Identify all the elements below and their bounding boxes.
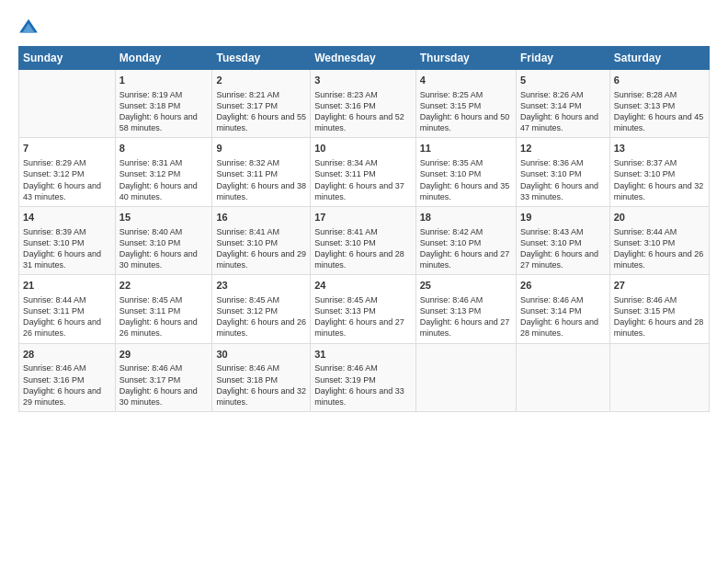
sunrise-text: Sunrise: 8:46 AM	[23, 362, 111, 373]
cell-content: 18Sunrise: 8:42 AMSunset: 3:10 PMDayligh…	[420, 211, 512, 270]
logo	[18, 17, 40, 37]
daylight-text: Daylight: 6 hours and 29 minutes.	[216, 248, 306, 270]
sunrise-text: Sunrise: 8:46 AM	[520, 294, 606, 305]
cell-content: 27Sunrise: 8:46 AMSunset: 3:15 PMDayligh…	[614, 279, 705, 339]
calendar-body: 1Sunrise: 8:19 AMSunset: 3:18 PMDaylight…	[19, 70, 710, 412]
calendar-cell: 19Sunrise: 8:43 AMSunset: 3:10 PMDayligh…	[517, 206, 610, 274]
cell-content: 6Sunrise: 8:28 AMSunset: 3:13 PMDaylight…	[614, 74, 705, 133]
sunset-text: Sunset: 3:13 PM	[314, 305, 412, 316]
cell-content: 23Sunrise: 8:45 AMSunset: 3:12 PMDayligh…	[216, 279, 306, 339]
daylight-text: Daylight: 6 hours and 26 minutes.	[216, 316, 306, 339]
calendar-cell: 7Sunrise: 8:29 AMSunset: 3:12 PMDaylight…	[19, 138, 116, 206]
daylight-text: Daylight: 6 hours and 27 minutes.	[420, 248, 512, 270]
cell-content: 30Sunrise: 8:46 AMSunset: 3:18 PMDayligh…	[216, 348, 306, 408]
logo-icon	[18, 17, 39, 37]
sunrise-text: Sunrise: 8:44 AM	[23, 294, 111, 305]
day-number: 28	[23, 348, 111, 362]
calendar-cell: 1Sunrise: 8:19 AMSunset: 3:18 PMDaylight…	[115, 70, 212, 138]
sunset-text: Sunset: 3:10 PM	[614, 168, 705, 179]
sunset-text: Sunset: 3:10 PM	[420, 168, 512, 179]
day-number: 21	[23, 279, 111, 293]
sunset-text: Sunset: 3:15 PM	[420, 100, 512, 111]
day-number: 15	[119, 211, 209, 224]
cell-content: 2Sunrise: 8:21 AMSunset: 3:17 PMDaylight…	[216, 74, 306, 133]
calendar-cell: 22Sunrise: 8:45 AMSunset: 3:11 PMDayligh…	[115, 275, 212, 343]
week-row-0: 1Sunrise: 8:19 AMSunset: 3:18 PMDaylight…	[19, 70, 710, 138]
daylight-text: Daylight: 6 hours and 26 minutes.	[614, 248, 705, 270]
daylight-text: Daylight: 6 hours and 26 minutes.	[119, 316, 209, 339]
cell-content: 7Sunrise: 8:29 AMSunset: 3:12 PMDaylight…	[23, 142, 111, 201]
cell-content: 13Sunrise: 8:37 AMSunset: 3:10 PMDayligh…	[614, 142, 705, 201]
calendar-cell: 31Sunrise: 8:46 AMSunset: 3:19 PMDayligh…	[311, 343, 416, 411]
sunset-text: Sunset: 3:10 PM	[216, 237, 306, 248]
day-number: 11	[420, 142, 512, 155]
daylight-text: Daylight: 6 hours and 33 minutes.	[314, 385, 412, 408]
sunset-text: Sunset: 3:17 PM	[216, 100, 306, 111]
calendar-cell: 13Sunrise: 8:37 AMSunset: 3:10 PMDayligh…	[609, 138, 709, 206]
calendar-cell: 25Sunrise: 8:46 AMSunset: 3:13 PMDayligh…	[415, 275, 516, 343]
sunrise-text: Sunrise: 8:37 AM	[614, 157, 705, 168]
sunrise-text: Sunrise: 8:46 AM	[314, 362, 412, 373]
calendar-cell: 27Sunrise: 8:46 AMSunset: 3:15 PMDayligh…	[609, 275, 709, 343]
day-number: 25	[420, 279, 512, 293]
sunrise-text: Sunrise: 8:43 AM	[520, 226, 606, 237]
sunset-text: Sunset: 3:11 PM	[216, 168, 306, 179]
calendar-cell: 26Sunrise: 8:46 AMSunset: 3:14 PMDayligh…	[517, 275, 610, 343]
daylight-text: Daylight: 6 hours and 38 minutes.	[216, 180, 306, 202]
cell-content: 28Sunrise: 8:46 AMSunset: 3:16 PMDayligh…	[23, 348, 111, 408]
sunset-text: Sunset: 3:14 PM	[520, 305, 606, 316]
calendar-cell	[415, 343, 516, 411]
calendar-cell	[19, 70, 116, 138]
sunrise-text: Sunrise: 8:44 AM	[614, 226, 705, 237]
calendar-cell: 10Sunrise: 8:34 AMSunset: 3:11 PMDayligh…	[311, 138, 416, 206]
daylight-text: Daylight: 6 hours and 58 minutes.	[119, 111, 209, 133]
day-number: 23	[216, 279, 306, 293]
calendar-cell	[609, 343, 709, 411]
day-number: 27	[614, 279, 705, 293]
daylight-text: Daylight: 6 hours and 29 minutes.	[23, 385, 111, 408]
sunrise-text: Sunrise: 8:36 AM	[520, 157, 606, 168]
calendar-cell: 21Sunrise: 8:44 AMSunset: 3:11 PMDayligh…	[19, 275, 116, 343]
calendar-cell: 14Sunrise: 8:39 AMSunset: 3:10 PMDayligh…	[19, 206, 116, 274]
day-number: 5	[520, 74, 606, 87]
day-number: 1	[119, 74, 209, 87]
day-number: 20	[614, 211, 705, 224]
daylight-text: Daylight: 6 hours and 28 minutes.	[314, 248, 412, 270]
sunrise-text: Sunrise: 8:32 AM	[216, 157, 306, 168]
day-number: 8	[119, 142, 209, 155]
day-number: 2	[216, 74, 306, 87]
daylight-text: Daylight: 6 hours and 40 minutes.	[119, 180, 209, 202]
sunrise-text: Sunrise: 8:29 AM	[23, 157, 111, 168]
sunset-text: Sunset: 3:15 PM	[614, 305, 705, 316]
sunset-text: Sunset: 3:11 PM	[119, 305, 209, 316]
daylight-text: Daylight: 6 hours and 32 minutes.	[216, 385, 306, 408]
week-row-2: 14Sunrise: 8:39 AMSunset: 3:10 PMDayligh…	[19, 206, 710, 274]
sunrise-text: Sunrise: 8:26 AM	[520, 89, 606, 100]
header-day-sunday: Sunday	[19, 47, 116, 70]
week-row-4: 28Sunrise: 8:46 AMSunset: 3:16 PMDayligh…	[19, 343, 710, 411]
calendar-cell: 3Sunrise: 8:23 AMSunset: 3:16 PMDaylight…	[311, 70, 416, 138]
sunset-text: Sunset: 3:10 PM	[520, 237, 606, 248]
cell-content: 22Sunrise: 8:45 AMSunset: 3:11 PMDayligh…	[119, 279, 209, 339]
day-number: 12	[520, 142, 606, 155]
day-number: 10	[314, 142, 412, 155]
cell-content: 9Sunrise: 8:32 AMSunset: 3:11 PMDaylight…	[216, 142, 306, 201]
sunrise-text: Sunrise: 8:21 AM	[216, 89, 306, 100]
cell-content: 12Sunrise: 8:36 AMSunset: 3:10 PMDayligh…	[520, 142, 606, 201]
day-number: 14	[23, 211, 111, 224]
day-number: 17	[314, 211, 412, 224]
sunset-text: Sunset: 3:10 PM	[614, 237, 705, 248]
week-row-3: 21Sunrise: 8:44 AMSunset: 3:11 PMDayligh…	[19, 275, 710, 343]
header-day-tuesday: Tuesday	[212, 47, 311, 70]
daylight-text: Daylight: 6 hours and 30 minutes.	[119, 248, 209, 270]
week-row-1: 7Sunrise: 8:29 AMSunset: 3:12 PMDaylight…	[19, 138, 710, 206]
sunrise-text: Sunrise: 8:34 AM	[314, 157, 412, 168]
header-row: SundayMondayTuesdayWednesdayThursdayFrid…	[19, 47, 710, 70]
sunrise-text: Sunrise: 8:25 AM	[420, 89, 512, 100]
sunrise-text: Sunrise: 8:46 AM	[420, 294, 512, 305]
daylight-text: Daylight: 6 hours and 32 minutes.	[614, 180, 705, 202]
daylight-text: Daylight: 6 hours and 50 minutes.	[420, 111, 512, 133]
sunrise-text: Sunrise: 8:46 AM	[216, 362, 306, 373]
day-number: 3	[314, 74, 412, 87]
calendar-table: SundayMondayTuesdayWednesdayThursdayFrid…	[18, 46, 710, 412]
